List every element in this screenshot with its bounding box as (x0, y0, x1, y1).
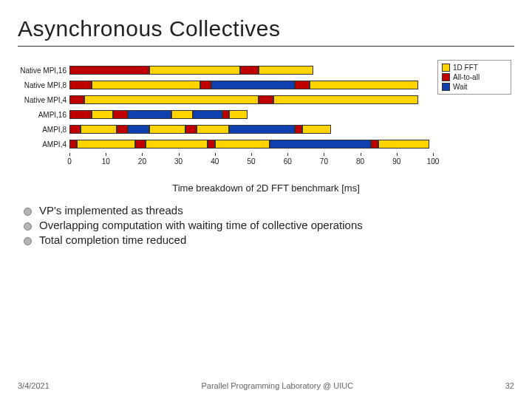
chart-segment (69, 140, 77, 149)
chart-segment (310, 81, 419, 89)
axis-tick-label: 30 (174, 157, 183, 166)
list-item: Total completion time reduced (24, 233, 514, 246)
chart-segment (302, 125, 331, 134)
chart-segment (273, 95, 419, 104)
chart-segment (259, 95, 273, 104)
chart-segment (69, 66, 149, 75)
chart-segment (149, 66, 240, 75)
chart-bar (69, 125, 433, 134)
chart-segment (222, 110, 230, 119)
axis-tick-label: 90 (392, 157, 400, 166)
legend-label: All-to-all (453, 72, 480, 82)
legend-label: 1D FFT (453, 63, 478, 72)
chart-segment (200, 81, 211, 89)
bullet-icon (24, 208, 32, 216)
chart-segment (240, 66, 259, 75)
chart-bar (69, 95, 433, 104)
chart-x-axis: 0102030405060708090100 (69, 153, 433, 169)
axis-tick-label: 100 (427, 157, 440, 166)
legend-swatch-wait (442, 83, 450, 91)
chart-segment (229, 125, 295, 134)
chart-container: 1D FFT All-to-all Wait Native MPI,16Nati… (18, 63, 514, 194)
chart-segment (69, 125, 81, 134)
chart-segment (371, 140, 378, 149)
chart-segment (378, 140, 429, 149)
axis-tick-label: 40 (211, 157, 219, 166)
axis-tick-label: 10 (102, 157, 110, 166)
axis-tick-label: 60 (284, 157, 292, 166)
axis-tick-label: 80 (356, 157, 364, 166)
axis-tick-label: 70 (320, 157, 328, 166)
legend-label: Wait (453, 82, 468, 92)
bullet-text: VP's implemented as threads (39, 204, 183, 216)
chart-segment (69, 81, 92, 89)
chart-segment (185, 125, 197, 134)
chart-segment (92, 81, 201, 89)
footer-lab: Parallel Programming Laboratory @ UIUC (202, 381, 354, 390)
title-rule (18, 46, 514, 47)
chart-segment (77, 140, 135, 149)
bullet-text: Overlapping computation with waiting tim… (39, 219, 363, 231)
bullet-icon (24, 237, 32, 245)
page-title: Asynchronous Collectives (18, 16, 514, 41)
chart-segment (84, 95, 259, 104)
bullet-list: VP's implemented as threads Overlapping … (24, 204, 514, 246)
list-item: Overlapping computation with waiting tim… (24, 219, 514, 231)
chart-segment (295, 81, 310, 89)
chart-subtitle: Time breakdown of 2D FFT benchmark [ms] (18, 183, 514, 194)
footer-date: 3/4/2021 (18, 381, 50, 390)
chart-segment (81, 125, 117, 134)
legend-swatch-fft (442, 64, 450, 72)
chart-segment (259, 66, 313, 75)
chart-segment (128, 110, 171, 119)
chart-segment (69, 95, 84, 104)
chart-row-label: Native MPI,8 (18, 81, 66, 89)
axis-tick-label: 0 (67, 157, 72, 166)
chart-segment (270, 140, 372, 149)
chart-segment (197, 125, 229, 134)
chart-bar (69, 66, 433, 75)
slide-footer: 3/4/2021 Parallel Programming Laboratory… (18, 381, 514, 390)
chart-row-label: AMPI,16 (18, 111, 66, 119)
chart-segment (208, 140, 215, 149)
chart-segment (193, 110, 222, 119)
list-item: VP's implemented as threads (24, 204, 514, 216)
chart-segment (229, 110, 248, 119)
footer-page: 32 (505, 381, 514, 390)
chart-row-label: Native MPI,16 (18, 66, 66, 75)
chart-segment (135, 140, 146, 149)
axis-tick-label: 20 (138, 157, 146, 166)
chart-segment (295, 125, 302, 134)
chart-bar (69, 140, 433, 149)
stacked-bar-chart: 1D FFT All-to-all Wait Native MPI,16Nati… (69, 63, 433, 169)
chart-bar (69, 110, 433, 119)
chart-segment (149, 125, 185, 134)
chart-segment (146, 140, 208, 149)
chart-legend: 1D FFT All-to-all Wait (437, 60, 511, 95)
chart-segment (215, 140, 270, 149)
chart-segment (113, 110, 128, 119)
chart-row-label: AMPI,4 (18, 140, 66, 149)
legend-swatch-ata (442, 73, 450, 81)
chart-segment (117, 125, 128, 134)
chart-segment (171, 110, 194, 119)
axis-tick-label: 50 (247, 157, 255, 166)
chart-segment (211, 81, 295, 89)
bullet-text: Total completion time reduced (39, 233, 186, 246)
chart-row-label: AMPI,8 (18, 126, 66, 134)
chart-segment (69, 110, 92, 119)
bullet-icon (24, 222, 32, 231)
chart-segment (128, 125, 150, 134)
chart-segment (92, 110, 114, 119)
chart-bar (69, 81, 433, 89)
chart-row-label: Native MPI,4 (18, 96, 66, 104)
